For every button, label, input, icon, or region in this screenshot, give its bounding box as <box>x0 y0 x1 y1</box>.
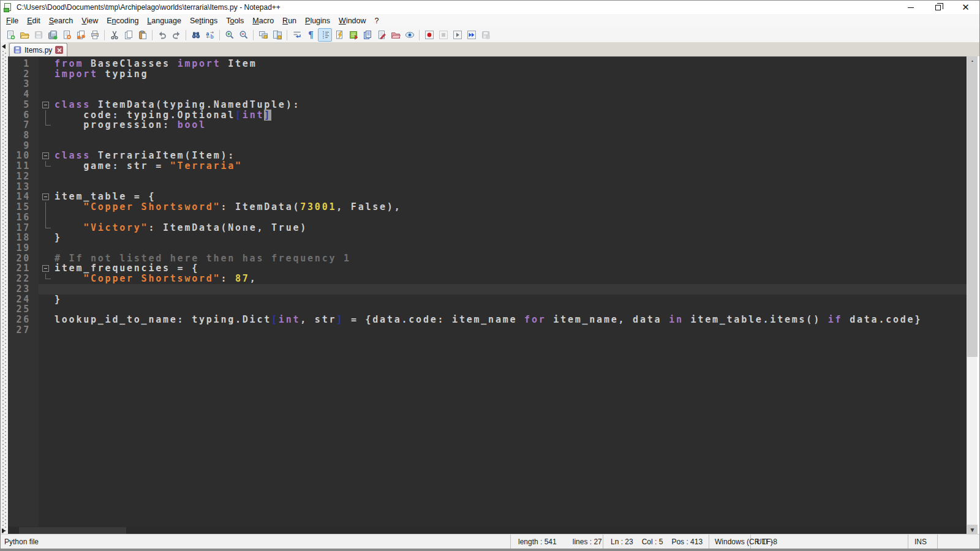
code-text[interactable]: from BaseClasses import Item <box>53 59 967 69</box>
code-line[interactable]: 22 "Copper Shortsword": 87, <box>8 274 967 284</box>
macro-save-button[interactable] <box>478 28 492 42</box>
code-lines[interactable]: 1from BaseClasses import Item2import typ… <box>8 57 967 335</box>
code-line[interactable]: 11 game: str = "Terraria" <box>8 161 967 171</box>
folder-as-workspace-button[interactable] <box>388 28 402 42</box>
code-line[interactable]: 2import typing <box>8 69 967 80</box>
menu-[interactable]: ? <box>371 15 383 27</box>
redo-button[interactable] <box>169 28 183 42</box>
tab-scroll-left-icon[interactable] <box>2 44 6 49</box>
menu-edit[interactable]: Edit <box>23 15 45 27</box>
menu-language[interactable]: Language <box>143 15 186 27</box>
code-line[interactable]: 12 <box>8 171 967 182</box>
menu-tools[interactable]: Tools <box>222 15 248 27</box>
macro-playback-button[interactable] <box>450 28 464 42</box>
code-line[interactable]: 21item_frequencies = { <box>8 263 967 274</box>
restore-button[interactable] <box>924 1 952 14</box>
minimize-button[interactable] <box>897 1 924 14</box>
code-text[interactable] <box>53 79 967 89</box>
dock-grip-strip[interactable] <box>1 42 8 535</box>
document-map-button[interactable] <box>346 28 360 42</box>
save-all-button[interactable] <box>45 28 59 42</box>
macro-record-button[interactable] <box>422 28 436 42</box>
code-line[interactable]: 13 <box>8 182 967 192</box>
show-all-characters-button[interactable]: ¶ <box>304 28 318 42</box>
code-line-current[interactable]: 23 <box>8 284 967 294</box>
code-line[interactable]: 16 <box>8 212 967 223</box>
word-wrap-button[interactable] <box>290 28 304 42</box>
code-editor[interactable]: 1from BaseClasses import Item2import typ… <box>8 56 967 535</box>
zoom-in-button[interactable] <box>222 28 236 42</box>
paste-button[interactable] <box>135 28 149 42</box>
code-line[interactable]: 4 <box>8 89 967 100</box>
copy-button[interactable] <box>121 28 135 42</box>
menu-file[interactable]: File <box>2 15 23 27</box>
vertical-scrollbar[interactable]: ▲ ▼ <box>967 56 977 535</box>
cut-button[interactable] <box>107 28 121 42</box>
tab-close-icon[interactable] <box>55 46 63 54</box>
code-line[interactable]: 6 code: typing.Optional[int] <box>8 110 967 121</box>
code-line[interactable]: 8 <box>8 130 967 141</box>
zoom-out-button[interactable] <box>236 28 251 42</box>
function-list-button[interactable] <box>332 28 346 42</box>
menu-search[interactable]: Search <box>45 15 78 27</box>
close-button[interactable]: ✕ <box>952 1 979 14</box>
fold-collapse-marker[interactable] <box>39 263 53 274</box>
close-button[interactable] <box>59 28 74 42</box>
code-text[interactable]: item_frequencies = { <box>53 263 967 274</box>
vertical-scrollbar-thumb[interactable] <box>967 62 978 357</box>
show-indent-guide-button[interactable] <box>318 28 332 42</box>
code-line[interactable]: 9 <box>8 141 967 151</box>
code-text[interactable] <box>53 212 967 223</box>
menu-window[interactable]: Window <box>334 15 370 27</box>
new-file-button[interactable] <box>3 28 17 42</box>
code-text[interactable]: "Copper Shortsword": 87, <box>53 274 967 284</box>
code-line[interactable]: 27 <box>8 325 967 335</box>
menu-macro[interactable]: Macro <box>248 15 278 27</box>
code-line[interactable]: 17 "Victory": ItemData(None, True) <box>8 223 967 233</box>
fold-collapse-marker[interactable] <box>39 151 53 161</box>
menu-plugins[interactable]: Plugins <box>301 15 334 27</box>
fold-collapse-marker[interactable] <box>39 100 53 110</box>
open-file-button[interactable] <box>17 28 31 42</box>
code-line[interactable]: 25 <box>8 304 967 315</box>
code-text[interactable]: "Victory": ItemData(None, True) <box>53 223 967 233</box>
code-text[interactable] <box>53 304 967 315</box>
menu-run[interactable]: Run <box>278 15 301 27</box>
sync-vertical-button[interactable] <box>256 28 270 42</box>
code-text[interactable] <box>53 141 967 151</box>
code-text[interactable]: } <box>53 294 967 305</box>
monitoring-button[interactable] <box>402 28 417 42</box>
document-list-button[interactable] <box>360 28 374 42</box>
code-line[interactable]: 18} <box>8 233 967 243</box>
undo-button[interactable] <box>155 28 169 42</box>
code-text[interactable]: class ItemData(typing.NamedTuple): <box>53 100 967 110</box>
sync-horizontal-button[interactable] <box>270 28 284 42</box>
panel-expand-icon[interactable] <box>2 528 6 533</box>
code-text[interactable]: progression: bool <box>53 120 967 130</box>
code-text[interactable]: item_table = { <box>53 192 967 202</box>
menu-encoding[interactable]: Encoding <box>102 15 143 27</box>
replace-button[interactable]: ab <box>203 28 217 42</box>
macro-run-multiple-button[interactable] <box>464 28 478 42</box>
code-text[interactable]: code: typing.Optional[int] <box>53 110 967 121</box>
code-line[interactable]: 19 <box>8 243 967 253</box>
fold-collapse-marker[interactable] <box>39 192 53 202</box>
code-text[interactable] <box>53 182 967 192</box>
code-text[interactable]: game: str = "Terraria" <box>53 161 967 171</box>
save-button[interactable] <box>31 28 45 42</box>
find-button[interactable] <box>189 28 203 42</box>
menu-view[interactable]: View <box>77 15 102 27</box>
code-line[interactable]: 20# If not listed here then has frequenc… <box>8 253 967 264</box>
code-text[interactable]: import typing <box>53 69 967 80</box>
code-text[interactable]: lookup_id_to_name: typing.Dict[int, str]… <box>53 315 967 325</box>
code-line[interactable]: 24} <box>8 294 967 305</box>
code-line[interactable]: 14item_table = { <box>8 192 967 202</box>
macro-stop-button[interactable] <box>436 28 450 42</box>
code-line[interactable]: 15 "Copper Shortsword": ItemData(73001, … <box>8 202 967 212</box>
code-line[interactable]: 1from BaseClasses import Item <box>8 59 967 69</box>
code-line[interactable]: 7 progression: bool <box>8 120 967 130</box>
code-text[interactable]: class TerrariaItem(Item): <box>53 151 967 161</box>
print-button[interactable] <box>88 28 102 42</box>
code-text[interactable] <box>53 243 967 253</box>
code-line[interactable]: 3 <box>8 79 967 89</box>
